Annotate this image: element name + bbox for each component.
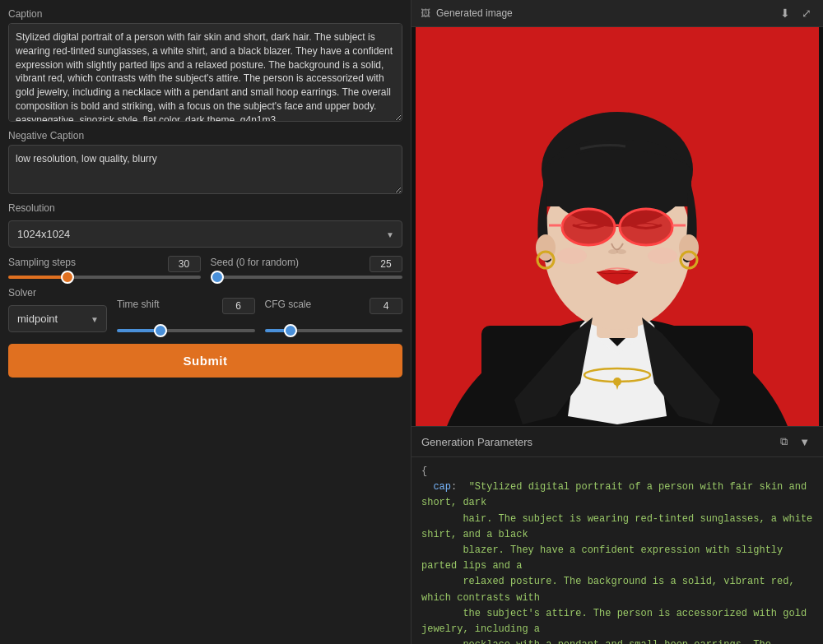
sampling-steps-slider[interactable] <box>8 276 201 279</box>
solver-group: Solver midpoint euler heun dpm ▼ <box>8 287 107 332</box>
svg-rect-11 <box>543 165 691 206</box>
image-header-label: Generated image <box>436 7 513 19</box>
caption-label: Caption <box>8 8 402 20</box>
resolution-label: Resolution <box>8 202 402 214</box>
seed-group: Seed (0 for random) 25 <box>211 256 403 279</box>
image-header-left: 🖼 Generated image <box>420 7 513 19</box>
gen-params-header: Generation Parameters ⧉ ▼ <box>412 427 823 457</box>
sliders-row: Sampling steps 30 Seed (0 for random) 25 <box>8 256 402 279</box>
right-panel: 🖼 Generated image ⬇ ⤢ <box>412 0 823 644</box>
seed-label: Seed (0 for random) <box>211 257 299 268</box>
image-icon: 🖼 <box>420 7 431 19</box>
solver-label: Solver <box>8 287 107 299</box>
gen-params-actions: ⧉ ▼ <box>777 433 813 450</box>
sampling-steps-value: 30 <box>168 256 201 272</box>
portrait-illustration <box>416 27 819 426</box>
gen-params-content: { cap: "Stylized digital portrait of a p… <box>412 457 823 644</box>
svg-point-17 <box>620 209 672 245</box>
sampling-steps-label: Sampling steps <box>8 257 76 268</box>
timeshift-slider[interactable] <box>117 329 255 332</box>
resolution-select[interactable]: 512x512 768x768 1024x1024 1280x720 1920x… <box>8 220 402 248</box>
svg-point-24 <box>648 248 677 264</box>
caption-input[interactable]: Stylized digital portrait of a person wi… <box>8 23 402 122</box>
neg-caption-section: Negative Caption low resolution, low qua… <box>8 130 402 194</box>
submit-button[interactable]: Submit <box>8 344 402 378</box>
copy-params-button[interactable]: ⧉ <box>777 433 791 450</box>
sampling-steps-group: Sampling steps 30 <box>8 256 201 279</box>
left-panel: Caption Stylized digital portrait of a p… <box>0 0 412 644</box>
timeshift-label: Time shift <box>117 299 160 310</box>
cap-value: "Stylized digital portrait of a person w… <box>421 481 812 644</box>
download-button[interactable]: ⬇ <box>777 5 793 21</box>
generated-image-section: 🖼 Generated image ⬇ ⤢ <box>412 0 823 426</box>
gen-params-header-left: Generation Parameters <box>421 436 532 448</box>
image-header: 🖼 Generated image ⬇ ⤢ <box>412 0 823 27</box>
image-header-actions: ⬇ ⤢ <box>777 5 815 21</box>
cfg-label: CFG scale <box>265 299 312 310</box>
collapse-params-button[interactable]: ▼ <box>796 433 813 450</box>
gen-params-section: Generation Parameters ⧉ ▼ { cap: "Styliz… <box>412 426 823 644</box>
sampling-steps-header: Sampling steps 30 <box>8 256 201 272</box>
cfg-slider[interactable] <box>265 329 403 332</box>
generated-image-container <box>412 27 823 426</box>
svg-point-16 <box>562 209 615 245</box>
neg-caption-label: Negative Caption <box>8 130 402 141</box>
expand-button[interactable]: ⤢ <box>798 5 815 21</box>
timeshift-group: Time shift 6 <box>117 298 255 332</box>
solver-select-wrapper: midpoint euler heun dpm ▼ <box>8 305 107 332</box>
svg-point-23 <box>557 248 587 264</box>
resolution-select-wrapper: 512x512 768x768 1024x1024 1280x720 1920x… <box>8 220 402 248</box>
resolution-section: Resolution 512x512 768x768 1024x1024 128… <box>8 202 402 248</box>
neg-caption-input[interactable]: low resolution, low quality, blurry <box>8 145 402 194</box>
solver-row: Solver midpoint euler heun dpm ▼ Time sh… <box>8 287 402 332</box>
solver-select[interactable]: midpoint euler heun dpm <box>8 305 107 332</box>
caption-section: Caption Stylized digital portrait of a p… <box>8 8 402 122</box>
svg-point-22 <box>616 249 626 254</box>
timeshift-header: Time shift 6 <box>117 298 255 314</box>
timeshift-value: 6 <box>222 298 255 314</box>
cfg-header: CFG scale 4 <box>265 298 403 314</box>
cfg-value: 4 <box>370 298 402 314</box>
cap-key: cap <box>433 481 451 493</box>
seed-value: 25 <box>370 256 402 272</box>
cfg-group: CFG scale 4 <box>265 298 403 332</box>
gen-params-label: Generation Parameters <box>421 436 532 448</box>
seed-header: Seed (0 for random) 25 <box>211 256 403 272</box>
seed-slider[interactable] <box>211 276 403 279</box>
